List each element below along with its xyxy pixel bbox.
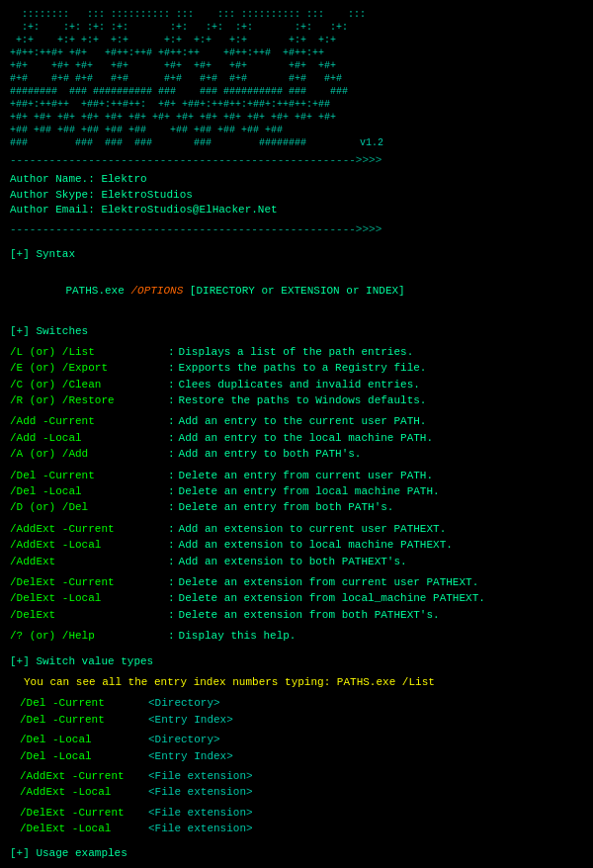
switch-sep: : [168, 469, 175, 483]
switch-sep: : [168, 378, 175, 392]
switch-desc: Expports the paths to a Registry file. [179, 361, 583, 376]
switch-cmd: /E (or) /Export [10, 361, 168, 376]
switch-group-4: /AddExt -Current: Add an extension to cu… [10, 522, 583, 569]
switch-row: /A (or) /Add : Add an entry to both PATH… [10, 447, 583, 462]
switch-row: /C (or) /Clean : Clees duplicates and in… [10, 378, 583, 392]
switch-desc: Add an extension to both PATHEXT's. [179, 555, 583, 569]
switch-desc: Displays a list of the path entries. [179, 345, 583, 360]
switch-cmd: /DelExt -Local [10, 591, 168, 606]
val-cmd: /DelExt -Current [20, 806, 148, 821]
author-section: Author Name.: Elektro Author Skype: Elek… [10, 172, 583, 217]
switch-sep: : [168, 361, 175, 376]
val-group-2: /Del -Local <Directory> /Del -Local <Ent… [10, 733, 583, 764]
author-skype-label: Author Skype: [10, 189, 101, 201]
switch-desc: Display this help. [179, 629, 583, 644]
usage-header: [+] Usage examples [10, 846, 583, 861]
switch-values-section: [+] Switch value types You can see all t… [10, 654, 583, 837]
divider-bottom: ----------------------------------------… [10, 222, 583, 237]
author-email-label: Author Email: [10, 204, 101, 216]
syntax-header-text: [+] Syntax [10, 248, 75, 260]
switch-desc: Delete an entry from current user PATH. [179, 469, 583, 483]
switch-group-2: /Add -Current : Add an entry to the curr… [10, 414, 583, 462]
switch-row: /Del -Local : Delete an entry from local… [10, 484, 583, 499]
switch-sep: : [168, 414, 175, 429]
switch-row: /AddExt -Current: Add an extension to cu… [10, 522, 583, 537]
divider-top: ----------------------------------------… [10, 153, 583, 168]
switch-cmd: /L (or) /List [10, 345, 168, 360]
switch-sep: : [168, 538, 175, 553]
switch-row: /DelExt : Delete an extension from both … [10, 608, 583, 623]
val-row: /DelExt -Local <File extension> [20, 822, 583, 836]
val-type: <Directory> [148, 733, 220, 747]
val-cmd: /Del -Local [20, 749, 148, 764]
switch-desc: Delete an entry from both PATH's. [179, 500, 583, 515]
val-cmd: /Del -Current [20, 696, 148, 711]
val-cmd: /Del -Local [20, 733, 148, 747]
switch-sep: : [168, 431, 175, 446]
val-type: <Entry Index> [148, 713, 233, 728]
author-name-line: Author Name.: Elektro [10, 172, 583, 187]
val-type: <Entry Index> [148, 749, 233, 764]
switch-cmd: /AddExt [10, 555, 168, 569]
highlight-line: You can see all the entry index numbers … [24, 675, 583, 690]
usage-section: [+] Usage examples PATHS.exe /List (List… [10, 846, 583, 868]
switches-section: [+] Switches /L (or) /List : Displays a … [10, 324, 583, 645]
switch-sep: : [168, 500, 175, 515]
switch-desc: Add an entry to the local machine PATH. [179, 431, 583, 446]
val-type: <File extension> [148, 785, 253, 800]
val-type: <File extension> [148, 822, 253, 836]
val-row: /DelExt -Current <File extension> [20, 806, 583, 821]
val-row: /Del -Current <Entry Index> [20, 713, 583, 728]
switch-desc: Restore the paths to Windows defaults. [179, 393, 583, 408]
val-cmd: /AddExt -Local [20, 785, 148, 800]
switch-cmd: /D (or) /Del [10, 500, 168, 515]
switches-header: [+] Switches [10, 324, 583, 339]
author-skype-line: Author Skype: ElektroStudios [10, 188, 583, 203]
switch-row: /L (or) /List : Displays a list of the p… [10, 345, 583, 360]
val-row: /AddExt -Local <File extension> [20, 785, 583, 800]
switch-row: /R (or) /Restore: Restore the paths to W… [10, 393, 583, 408]
switch-cmd: /Del -Local [10, 484, 168, 499]
val-row: /Del -Current <Directory> [20, 696, 583, 711]
author-email-value: ElektroStudios@ElHacker.Net [101, 204, 277, 216]
switch-sep: : [168, 555, 175, 569]
switch-desc: Clees duplicates and invalid entries. [179, 378, 583, 392]
val-type: <File extension> [148, 806, 253, 821]
syntax-command: PATHS.exe /OPTIONS [DIRECTORY or EXTENSI… [40, 268, 583, 313]
author-name-label: Author Name.: [10, 173, 101, 185]
switch-sep: : [168, 393, 175, 408]
switch-cmd: /DelExt -Current [10, 575, 168, 590]
switch-sep: : [168, 447, 175, 462]
switch-sep: : [168, 575, 175, 590]
switch-sep: : [168, 345, 175, 360]
switch-cmd: /A (or) /Add [10, 447, 168, 462]
switch-sep: : [168, 484, 175, 499]
val-cmd: /Del -Current [20, 713, 148, 728]
syntax-arg: [DIRECTORY or EXTENSION or INDEX] [190, 285, 405, 297]
switch-desc: Delete an extension from local_machine P… [179, 591, 583, 606]
author-skype-value: ElektroStudios [101, 189, 192, 201]
switch-row: /Add -Current : Add an entry to the curr… [10, 414, 583, 429]
switch-desc: Add an entry to the current user PATH. [179, 414, 583, 429]
switch-values-header: [+] Switch value types [10, 654, 583, 669]
switch-cmd: /Del -Current [10, 469, 168, 483]
val-group-1: /Del -Current <Directory> /Del -Current … [10, 696, 583, 728]
switch-row: /DelExt -Local : Delete an extension fro… [10, 591, 583, 606]
val-type: <Directory> [148, 696, 220, 711]
switch-sep: : [168, 591, 175, 606]
switch-desc: Add an extension to current user PATHEXT… [179, 522, 583, 537]
val-cmd: /DelExt -Local [20, 822, 148, 836]
switch-row: /Add -Local : Add an entry to the local … [10, 431, 583, 446]
switch-cmd: /R (or) /Restore [10, 393, 168, 408]
val-row: /AddExt -Current <File extension> [20, 769, 583, 784]
author-email-line: Author Email: ElektroStudios@ElHacker.Ne… [10, 203, 583, 217]
switch-group-3: /Del -Current : Delete an entry from cur… [10, 469, 583, 516]
switch-desc: Add an entry to both PATH's. [179, 447, 583, 462]
switch-desc: Add an extension to local machine PATHEX… [179, 538, 583, 553]
switch-desc: Delete an extension from both PATHEXT's. [179, 608, 583, 623]
switch-cmd: /AddExt -Local [10, 538, 168, 553]
switch-sep: : [168, 629, 175, 644]
switch-row: /DelExt -Current: Delete an extension fr… [10, 575, 583, 590]
switch-sep: : [168, 608, 175, 623]
val-group-3: /AddExt -Current <File extension> /AddEx… [10, 769, 583, 801]
